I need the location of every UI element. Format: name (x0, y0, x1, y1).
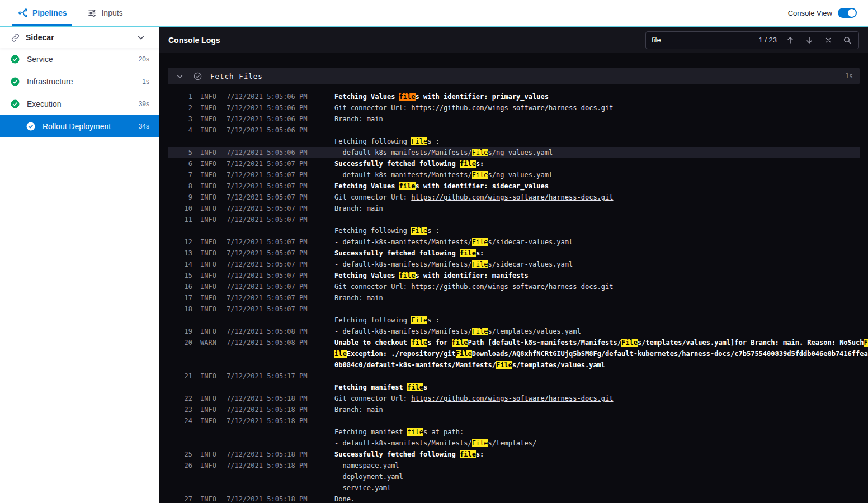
sidebar-item-infrastructure[interactable]: Infrastructure1s (0, 70, 159, 93)
log-message: Done. (334, 493, 355, 503)
console-logs-title: Console Logs (168, 36, 220, 45)
log-level: INFO (200, 169, 219, 181)
log-timestamp: 7/12/2021 5:05:08 PM (227, 337, 310, 348)
log-message: Branch: main (334, 203, 383, 214)
log-message: 0b084c0/default-k8s-manifests/Manifests/… (334, 359, 605, 371)
log-line: 8INFO7/12/2021 5:05:07 PMFetching Values… (168, 181, 860, 192)
search-icon-button[interactable] (842, 35, 853, 46)
log-line: - deployment.yaml (168, 471, 860, 482)
line-number: 22 (168, 393, 192, 404)
log-line: 7INFO7/12/2021 5:05:07 PM- default-k8s-m… (168, 169, 860, 181)
log-message: - default-k8s-manifests/Manifests/Files/… (334, 326, 581, 337)
check-circle-icon (26, 121, 36, 131)
console-view-label: Console View (788, 9, 832, 17)
log-link[interactable]: https://github.com/wings-software/harnes… (411, 395, 613, 402)
log-level: INFO (200, 270, 219, 281)
console-view-toggle[interactable] (838, 8, 857, 18)
search-match-count: 1 / 23 (758, 36, 777, 44)
log-timestamp: 7/12/2021 5:05:07 PM (227, 181, 310, 192)
log-timestamp (227, 348, 310, 359)
toggle-knob (848, 9, 856, 17)
sidebar-item-rollout-deployment[interactable]: Rollout Deployment34s (0, 115, 159, 137)
app-window: Pipelines Inputs Console View (0, 0, 868, 503)
log-line: 24INFO7/12/2021 5:05:18 PM (168, 415, 860, 426)
log-timestamp (227, 426, 310, 438)
console-header: Console Logs 1 / 23 (159, 27, 868, 53)
log-level (200, 482, 219, 493)
line-number: 26 (168, 460, 192, 471)
tab-pipelines[interactable]: Pipelines (8, 0, 77, 26)
log-line: 5INFO7/12/2021 5:05:06 PM- default-k8s-m… (168, 147, 860, 158)
log-level: INFO (200, 125, 219, 136)
log-line: Fetching manifest files at path: (168, 426, 860, 438)
line-number (168, 482, 192, 493)
log-message: - default-k8s-manifests/Manifests/Files/… (334, 438, 536, 449)
search-input[interactable] (652, 36, 751, 44)
log-message: Successfully fetched following files: (334, 248, 484, 259)
log-line: 17INFO7/12/2021 5:05:07 PMBranch: main (168, 292, 860, 303)
line-number: 25 (168, 449, 192, 460)
log-line: 10INFO7/12/2021 5:05:07 PMBranch: main (168, 203, 860, 214)
step-success-icon (192, 71, 202, 81)
log-link[interactable]: https://github.com/wings-software/harnes… (411, 104, 613, 112)
log-timestamp (227, 136, 310, 147)
line-number: 15 (168, 270, 192, 281)
log-timestamp (227, 315, 310, 326)
stage-selector[interactable]: Sidecar (0, 27, 159, 48)
log-message: Git connector Url: https://github.com/wi… (334, 102, 614, 113)
line-number (168, 382, 192, 393)
log-timestamp: 7/12/2021 5:05:18 PM (227, 415, 310, 426)
log-message: Successfully fetched following files: (334, 449, 484, 460)
log-level: INFO (200, 181, 219, 192)
line-number: 24 (168, 415, 192, 426)
close-search-button[interactable] (823, 35, 834, 46)
line-number (168, 348, 192, 359)
log-timestamp: 7/12/2021 5:05:07 PM (227, 281, 310, 292)
log-timestamp: 7/12/2021 5:05:07 PM (227, 236, 310, 248)
log-level: INFO (200, 404, 219, 415)
log-message: Successfully fetched following files: (334, 158, 484, 169)
log-level: WARN (200, 337, 219, 348)
line-number: 23 (168, 404, 192, 415)
log-level: INFO (200, 415, 219, 426)
log-message: - default-k8s-manifests/Manifests/Files/… (334, 236, 573, 248)
console-view-group: Console View (788, 8, 868, 18)
line-number (168, 136, 192, 147)
log-level: INFO (200, 113, 219, 125)
line-number: 11 (168, 214, 192, 225)
log-message: Fetching following Files : (334, 225, 440, 236)
tab-inputs[interactable]: Inputs (77, 0, 133, 26)
log-timestamp (227, 382, 310, 393)
tab-label: Pipelines (32, 8, 67, 17)
sidebar-item-execution[interactable]: Execution39s (0, 93, 159, 115)
log-level (200, 471, 219, 482)
log-link[interactable]: https://github.com/wings-software/harnes… (411, 283, 613, 291)
line-number: 6 (168, 158, 192, 169)
log-line: 13INFO7/12/2021 5:05:07 PMSuccessfully f… (168, 248, 860, 259)
log-message: Branch: main (334, 292, 383, 303)
log-message: Fetching Values files with identifier: s… (334, 181, 549, 192)
log-level: INFO (200, 147, 219, 158)
log-line: 25INFO7/12/2021 5:05:18 PMSuccessfully f… (168, 449, 860, 460)
log-area: Fetch Files 1s 1INFO7/12/2021 5:05:06 PM… (159, 53, 868, 503)
log-line: 21INFO7/12/2021 5:05:17 PM (168, 371, 860, 382)
log-timestamp: 7/12/2021 5:05:06 PM (227, 125, 310, 136)
next-match-button[interactable] (804, 35, 815, 46)
log-line: 4INFO7/12/2021 5:05:06 PM (168, 125, 860, 136)
log-line: 19INFO7/12/2021 5:05:08 PM- default-k8s-… (168, 326, 860, 337)
duration-label: 1s (142, 78, 149, 86)
log-level: INFO (200, 259, 219, 270)
log-level: INFO (200, 292, 219, 303)
log-link[interactable]: https://github.com/wings-software/harnes… (411, 193, 613, 201)
prev-match-button[interactable] (785, 35, 796, 46)
log-line: 12INFO7/12/2021 5:05:07 PM- default-k8s-… (168, 236, 860, 248)
log-timestamp (227, 438, 310, 449)
sidebar-item-label: Rollout Deployment (43, 122, 111, 131)
log-message: Git connector Url: https://github.com/wi… (334, 281, 614, 292)
chevron-down-icon (174, 71, 185, 81)
log-section-header[interactable]: Fetch Files 1s (168, 68, 860, 84)
section-duration: 1s (845, 72, 853, 80)
line-number (168, 315, 192, 326)
sidebar-item-service[interactable]: Service20s (0, 48, 159, 70)
sidebar: Sidecar Service20sInfrastructure1sExecut… (0, 27, 159, 503)
